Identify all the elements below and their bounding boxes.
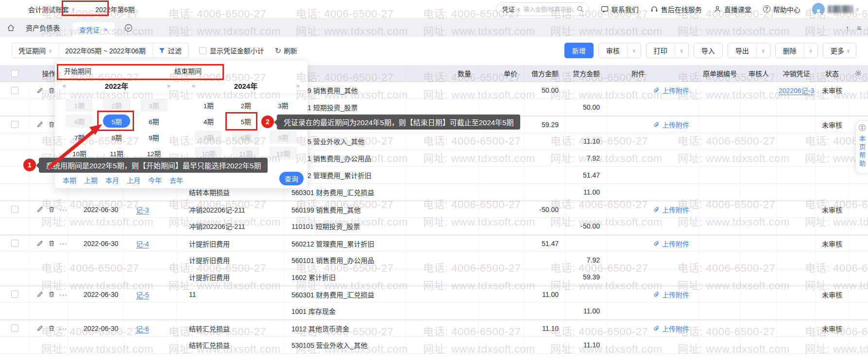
search-icon[interactable] [577,5,584,13]
voucher-link[interactable]: 记-6 [136,324,149,333]
start-period-8期[interactable]: 8期 [103,131,130,144]
help-center-link[interactable]: ? 帮助中心 [763,4,800,14]
menu-icon[interactable]: ≡ [857,24,861,32]
reversal-voucher-link[interactable]: 202206记-3 [779,85,814,95]
tab-list-dropdown-icon[interactable] [124,24,133,32]
delete-trash-icon[interactable] [48,206,55,213]
more-actions-icon[interactable]: ··· [59,291,68,298]
chevron-down-icon[interactable]: ∨ [627,43,641,58]
prev-year-icon[interactable]: « [192,82,195,89]
shortcut-本期[interactable]: 本期 [63,175,76,185]
add-button[interactable]: 新增 [564,43,594,58]
calendar-year[interactable]: 2024年 [234,81,257,91]
next-year-icon[interactable]: » [296,82,300,89]
delete-trash-icon[interactable] [48,240,55,247]
next-year-icon[interactable]: » [167,82,170,89]
after-sales-service-link[interactable]: 售后在线服务 [650,4,702,14]
edit-pencil-icon[interactable] [36,87,44,94]
delete-trash-icon[interactable] [48,87,55,94]
voucher-link[interactable]: 记-5 [136,290,149,299]
edit-pencil-icon[interactable] [36,325,44,332]
end-period-3期[interactable]: 3期 [270,98,297,112]
voucher-link[interactable]: 记-3 [136,205,149,214]
end-period-2期[interactable]: 2期 [232,98,259,112]
delete-button[interactable]: 删除∨ [775,43,818,58]
select-all-checkbox[interactable] [11,70,18,77]
contact-us-link[interactable]: 联系我们 [601,4,639,14]
upload-attachment-link[interactable]: 上传附件 [653,239,689,248]
table-row: 冲销202206记-211110101 短期投资_股票-50.00 [0,218,868,235]
filter-button[interactable]: 过滤 [152,43,188,58]
upload-attachment-link[interactable]: 上传附件 [653,205,689,214]
close-icon[interactable]: × [104,26,108,33]
cell-debit [525,99,566,115]
audit-button[interactable]: 审核∨ [598,43,641,58]
more-button[interactable]: 更多∨ [823,43,856,58]
search-category-dropdown[interactable]: 凭证 ∨ [502,4,520,14]
row-checkbox[interactable] [11,291,18,298]
tab-balance-sheet[interactable]: 资产负债表 [26,23,60,33]
period-range-input[interactable]: 2022年05期 ~ 2022年06期 [58,43,152,58]
end-period-4期[interactable]: 4期 [195,115,222,128]
shortcut-上期[interactable]: 上期 [84,175,98,185]
row-checkbox[interactable] [11,121,18,128]
live-classroom-link[interactable]: 直播课堂 [714,4,751,14]
chevron-down-icon[interactable]: ∨ [756,43,770,58]
filter-field-dropdown[interactable]: 凭证期间 ∨ [12,43,58,58]
global-search[interactable]: 凭证 ∨ 输入金额/核算项目/科目/... [496,2,589,16]
edit-pencil-icon[interactable] [36,121,44,128]
upload-attachment-link[interactable]: 上传附件 [653,324,689,333]
chevron-down-icon[interactable]: ∨ [675,43,688,58]
export-button[interactable]: 导出∨ [728,43,770,58]
print-button[interactable]: 打印∨ [646,43,689,58]
edit-pencil-icon[interactable] [36,240,44,247]
prev-year-icon[interactable]: « [63,82,66,89]
row-checkbox[interactable] [11,325,18,332]
calendar-year[interactable]: 2022年 [105,81,128,91]
row-checkbox[interactable] [11,87,18,94]
search-input[interactable]: 输入金额/核算项目/科目/... [524,5,573,13]
more-actions-icon[interactable]: ··· [59,325,68,332]
cell-status: 未审核 [816,235,849,251]
cell-quantity [406,167,478,183]
shortcut-去年[interactable]: 去年 [170,175,183,185]
more-actions-icon[interactable]: ··· [59,240,68,247]
upload-attachment-link[interactable]: 上传附件 [653,120,689,130]
collapse-up-icon[interactable]: ↑ [846,24,850,32]
delete-trash-icon[interactable] [48,291,55,298]
voucher-link[interactable]: 记-4 [136,239,149,248]
import-button[interactable]: 导入 [694,43,723,58]
delete-trash-icon[interactable] [48,325,55,332]
more-actions-icon[interactable]: ··· [59,206,68,213]
refresh-button[interactable]: ↻ 刷新 [275,46,297,55]
start-period-9期[interactable]: 9期 [140,131,168,144]
upload-attachment-link[interactable]: 上传附件 [653,85,689,95]
end-period-5期[interactable]: 5期 [232,115,259,128]
edit-pencil-icon[interactable] [36,291,44,298]
edit-pencil-icon[interactable] [36,206,44,213]
current-period[interactable]: 2022年第6期 [88,2,141,16]
settings-gear-icon[interactable] [854,69,862,77]
start-period-7期[interactable]: 7期 [66,131,93,144]
home-icon[interactable] [7,24,15,32]
tab-view-voucher[interactable]: 查凭证 × [72,22,115,37]
delete-trash-icon[interactable] [48,121,55,128]
end-period-1期[interactable]: 1期 [195,98,222,112]
cell-attachment [607,337,699,353]
row-checkbox[interactable] [11,240,18,247]
chevron-down-icon[interactable]: ∨ [804,43,817,58]
shortcut-本月[interactable]: 本月 [105,175,119,185]
upload-attachment-link[interactable]: 上传附件 [653,290,689,299]
start-period-6期[interactable]: 6期 [140,115,168,128]
query-button[interactable]: 查询 [279,172,304,185]
subtotal-checkbox[interactable] [199,47,206,54]
row-checkbox[interactable] [11,206,18,213]
page-helper-widget[interactable]: 本页帮助 [855,120,868,174]
subtotal-toggle[interactable]: 显示凭证金额小计 [199,46,264,55]
cell-reversal-voucher [777,337,816,353]
user-menu[interactable]: ∨ [812,3,859,16]
shortcut-上月[interactable]: 上月 [127,175,140,185]
account-set-selector[interactable]: 会计测试账套 ∨ [28,4,75,14]
shortcut-今年[interactable]: 今年 [148,175,162,185]
start-period-5期[interactable]: 5期 [103,115,130,128]
